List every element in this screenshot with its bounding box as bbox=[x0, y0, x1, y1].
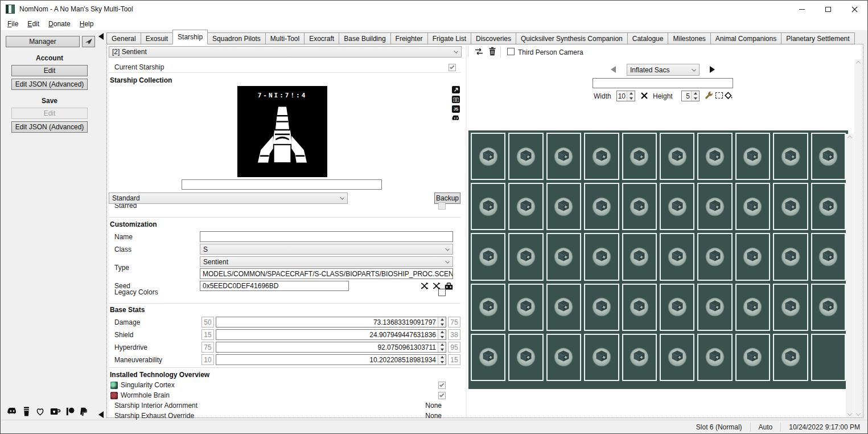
tab-animal-companions[interactable]: Animal Companions bbox=[710, 32, 781, 44]
class-select[interactable]: S bbox=[200, 244, 453, 255]
inventory-slot[interactable] bbox=[697, 233, 732, 280]
tab-base-building[interactable]: Base Building bbox=[339, 32, 390, 44]
tab-milestones[interactable]: Milestones bbox=[668, 32, 710, 44]
discord-icon[interactable] bbox=[7, 407, 18, 416]
tab-general[interactable]: General bbox=[106, 32, 141, 44]
collapse-sidebar-bottom-icon[interactable] bbox=[98, 411, 104, 418]
paypal-icon[interactable] bbox=[80, 407, 87, 416]
pane-divider[interactable] bbox=[466, 45, 467, 417]
swap-ships-icon[interactable] bbox=[474, 47, 484, 56]
third-person-camera-checkbox[interactable] bbox=[507, 48, 515, 55]
inventory-slot[interactable] bbox=[584, 284, 619, 331]
menu-donate[interactable]: Donate bbox=[44, 19, 75, 29]
inventory-slot[interactable] bbox=[508, 133, 543, 180]
inventory-page-select[interactable]: Inflated Sacs bbox=[627, 64, 700, 76]
inventory-slot[interactable] bbox=[660, 284, 694, 331]
menu-help[interactable]: Help bbox=[75, 19, 98, 29]
inventory-slot[interactable] bbox=[735, 284, 770, 331]
stat-value-stepper[interactable]: 73.13683319091797 bbox=[216, 317, 446, 327]
tab-frigate-list[interactable]: Frigate List bbox=[427, 32, 471, 44]
inventory-slot[interactable] bbox=[735, 183, 770, 230]
inventory-slot[interactable] bbox=[622, 233, 657, 280]
inventory-slot[interactable] bbox=[584, 133, 619, 180]
tab-planetary-settlement[interactable]: Planetary Settlement bbox=[781, 32, 854, 44]
inventory-slot[interactable] bbox=[811, 284, 846, 331]
inventory-slot[interactable] bbox=[697, 284, 732, 331]
height-up-icon[interactable] bbox=[692, 91, 699, 96]
json-icon[interactable]: JS bbox=[452, 105, 460, 113]
tab-discoveries[interactable]: Discoveries bbox=[471, 32, 516, 44]
inventory-scrollbar[interactable] bbox=[846, 134, 854, 417]
inventory-slot[interactable] bbox=[697, 334, 732, 381]
stepper-buttons[interactable] bbox=[438, 330, 446, 339]
current-starship-checkbox[interactable] bbox=[449, 64, 456, 71]
inventory-slot[interactable] bbox=[697, 183, 732, 230]
step-down-icon[interactable] bbox=[438, 335, 446, 340]
trash-icon[interactable] bbox=[488, 47, 496, 56]
menu-edit[interactable]: Edit bbox=[23, 19, 44, 29]
kofi-icon[interactable] bbox=[50, 408, 61, 416]
starred-checkbox[interactable] bbox=[438, 202, 446, 210]
step-up-icon[interactable] bbox=[438, 330, 446, 335]
prev-page-icon[interactable] bbox=[611, 66, 616, 73]
step-down-icon[interactable] bbox=[438, 322, 446, 327]
model-path-input[interactable]: MODELS/COMMON/SPACECRAFT/S-CLASS/BIOPART… bbox=[200, 268, 453, 279]
inventory-slot[interactable] bbox=[546, 183, 581, 230]
inventory-slot[interactable] bbox=[773, 133, 808, 180]
manager-button[interactable]: Manager bbox=[6, 36, 80, 47]
tab-catalogue[interactable]: Catalogue bbox=[627, 32, 669, 44]
type-select[interactable]: Sentient bbox=[200, 256, 453, 267]
inventory-slot[interactable] bbox=[584, 233, 619, 280]
fill-icon[interactable] bbox=[725, 91, 733, 100]
seed-input[interactable]: 0x5EEDC0DEF41696BD bbox=[200, 281, 349, 291]
inventory-slot[interactable] bbox=[471, 183, 505, 230]
legacy-colors-checkbox[interactable] bbox=[438, 289, 446, 296]
wrench-icon[interactable] bbox=[705, 91, 713, 100]
width-stepper[interactable]: 10 bbox=[616, 91, 635, 101]
stepper-buttons[interactable] bbox=[438, 317, 446, 327]
inventory-slot[interactable] bbox=[508, 284, 543, 331]
inventory-slot[interactable] bbox=[735, 233, 770, 280]
step-up-icon[interactable] bbox=[438, 342, 446, 347]
camera-icon[interactable] bbox=[452, 96, 460, 103]
next-page-icon[interactable] bbox=[710, 66, 715, 73]
scroll-down-icon[interactable] bbox=[856, 411, 861, 416]
save-edit-button[interactable]: Edit bbox=[11, 108, 88, 119]
inventory-slot[interactable] bbox=[735, 334, 770, 381]
inventory-slot[interactable] bbox=[546, 133, 581, 180]
inventory-slot[interactable] bbox=[622, 133, 657, 180]
inventory-slot[interactable] bbox=[660, 334, 694, 381]
discord-share-icon[interactable] bbox=[451, 115, 460, 122]
tab-exocraft[interactable]: Exocraft bbox=[304, 32, 339, 44]
width-down-icon[interactable] bbox=[627, 96, 635, 101]
ship-select[interactable]: [2] Sentient bbox=[109, 46, 462, 58]
inventory-slot[interactable] bbox=[773, 334, 808, 381]
collapse-sidebar-icon[interactable] bbox=[98, 33, 104, 40]
inventory-slot[interactable] bbox=[773, 284, 808, 331]
inventory-slot[interactable] bbox=[471, 233, 505, 280]
tab-starship[interactable]: Starship bbox=[172, 30, 208, 44]
inventory-slot[interactable] bbox=[546, 233, 581, 280]
inventory-slot[interactable] bbox=[622, 284, 657, 331]
tab-multi-tool[interactable]: Multi-Tool bbox=[265, 32, 305, 44]
coffee-icon[interactable] bbox=[23, 407, 30, 416]
stepper-buttons[interactable] bbox=[438, 342, 446, 352]
inventory-slot[interactable] bbox=[660, 133, 694, 180]
scroll-up-icon[interactable] bbox=[856, 61, 861, 65]
close-button[interactable] bbox=[841, 1, 867, 18]
inventory-slot[interactable] bbox=[735, 133, 770, 180]
width-up-icon[interactable] bbox=[627, 91, 635, 96]
inventory-slot[interactable] bbox=[471, 284, 505, 331]
inventory-slot[interactable] bbox=[660, 233, 694, 280]
inventory-slot[interactable] bbox=[773, 233, 808, 280]
inventory-slot[interactable] bbox=[471, 334, 505, 381]
inventory-slot[interactable] bbox=[660, 183, 694, 230]
inventory-search-input[interactable] bbox=[593, 78, 733, 88]
inventory-slot[interactable] bbox=[811, 233, 846, 280]
heart-icon[interactable] bbox=[35, 407, 45, 416]
patreon-icon[interactable] bbox=[66, 407, 75, 416]
inventory-slot[interactable] bbox=[546, 334, 581, 381]
stepper-buttons[interactable] bbox=[438, 355, 446, 365]
inventory-slot[interactable] bbox=[508, 233, 543, 280]
inventory-slot[interactable] bbox=[471, 133, 505, 180]
